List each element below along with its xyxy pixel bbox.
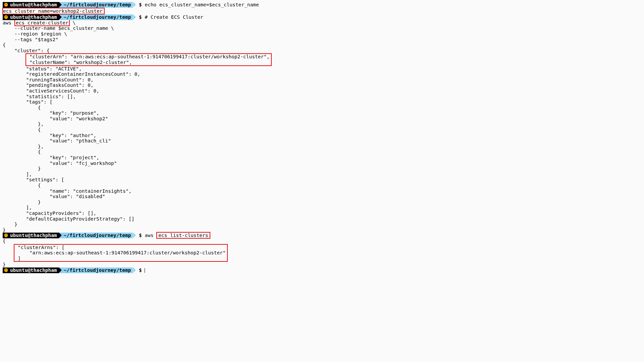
- prompt: ubuntu@thachpham~/firtcloudjourney/temp: [3, 267, 133, 273]
- json-line: "key": "purpose",: [3, 110, 99, 116]
- prompt-symbol: $: [139, 267, 142, 273]
- prompt-user-host: ubuntu@thachpham: [10, 267, 57, 273]
- prompt-path: ~/firtcloudjourney/temp: [64, 233, 131, 238]
- prompt-path: ~/firtcloudjourney/temp: [64, 14, 131, 20]
- terminal-line[interactable]: ubuntu@thachpham~/firtcloudjourney/temp …: [3, 2, 641, 8]
- json-brace: {: [3, 42, 6, 48]
- json-line: }: [3, 199, 41, 205]
- highlight-box-list-clusters: ecs list-clusters: [156, 232, 210, 239]
- prompt-user-host: ubuntu@thachpham: [10, 233, 57, 238]
- json-line: "settings": [: [3, 177, 64, 182]
- json-output: "capacityProviders": [],: [3, 210, 641, 216]
- json-cluster-arn-value: "arn:aws:ecs:ap-southeast-1:914706199417…: [6, 250, 226, 255]
- json-brace: }: [3, 227, 6, 233]
- json-line: "name": "containerInsights",: [3, 188, 131, 194]
- json-brace: }: [3, 262, 6, 267]
- terminal-line: ecs_cluster_name=workshop2-cluster: [3, 8, 641, 15]
- json-output: {: [3, 149, 641, 155]
- json-output: "cluster": {: [3, 48, 641, 54]
- json-line: "value": "fcj_workshop": [3, 161, 117, 166]
- json-output: "settings": [: [3, 177, 641, 183]
- cmd-list-prefix: aws: [145, 233, 156, 238]
- json-output: {: [3, 238, 641, 244]
- json-line: "runningTasksCount": 0,: [3, 77, 94, 82]
- json-output: }: [3, 262, 641, 267]
- json-output: ],: [3, 205, 641, 210]
- terminal-line[interactable]: ubuntu@thachpham~/firtcloudjourney/temp …: [3, 267, 641, 273]
- prompt-path: ~/firtcloudjourney/temp: [64, 2, 131, 7]
- json-cluster-arn: "clusterArn": "arn:aws:ecs:ap-southeast-…: [6, 54, 270, 59]
- json-output: "value": "fcj_workshop": [3, 161, 641, 166]
- ubuntu-icon: [4, 3, 8, 7]
- cmd-comment: # Create ECS Cluster: [145, 14, 203, 20]
- json-output: "tags": [: [3, 99, 641, 105]
- json-line: ]: [6, 256, 226, 261]
- json-line: "arn:aws:ecs:ap-southeast-1:914706199417…: [6, 250, 226, 256]
- prompt-symbol: $: [139, 2, 142, 7]
- json-brace: {: [3, 238, 6, 244]
- echo-output: ecs_cluster_name=workshop2-cluster: [3, 8, 103, 14]
- ubuntu-icon: [4, 15, 8, 19]
- json-output: {: [3, 105, 641, 111]
- terminal-line: --tags "$tags2": [3, 37, 641, 43]
- cmd-create-arg: --region $region \: [3, 31, 67, 37]
- json-line: "tags": [: [3, 99, 52, 105]
- json-output: }: [3, 227, 641, 233]
- json-bracket: ]: [6, 256, 21, 261]
- json-line: "key": "author",: [3, 133, 96, 138]
- json-output: "value": "pthach_cli": [3, 138, 641, 144]
- terminal-line[interactable]: ubuntu@thachpham~/firtcloudjourney/temp …: [3, 14, 641, 20]
- ubuntu-icon: [4, 268, 8, 272]
- terminal-line[interactable]: ubuntu@thachpham~/firtcloudjourney/temp …: [3, 233, 641, 238]
- json-output: {: [3, 127, 641, 133]
- json-output: "key": "purpose",: [3, 110, 641, 116]
- prompt: ubuntu@thachpham~/firtcloudjourney/temp: [3, 2, 133, 8]
- highlight-box-create-cluster: ecs create-cluster: [14, 19, 70, 26]
- json-line: "statistics": [],: [3, 94, 76, 99]
- terminal-line: --cluster-name $ecs_cluster_name \: [3, 25, 641, 31]
- cmd-echo: echo ecs_cluster_name=$ecs_cluster_name: [145, 2, 259, 7]
- cmd-create-arg: --cluster-name $ecs_cluster_name \: [3, 25, 114, 31]
- json-line: {: [3, 127, 41, 132]
- prompt-symbol: $: [139, 233, 142, 238]
- json-line: "value": "workshop2": [3, 116, 108, 121]
- json-line: "clusterArns": [: [6, 245, 226, 250]
- json-cluster-arns-key: "clusterArns": [: [6, 245, 65, 250]
- terminal-line: --region $region \: [3, 31, 641, 37]
- json-key: "cluster": {: [3, 48, 50, 53]
- json-output: "key": "author",: [3, 133, 641, 138]
- json-output: "value": "workshop2": [3, 116, 641, 122]
- json-line: {: [3, 105, 41, 110]
- prompt-path: ~/firtcloudjourney/temp: [64, 267, 131, 273]
- json-output: ],: [3, 172, 641, 177]
- highlight-box-echo-output: ecs_cluster_name=workshop2-cluster: [2, 8, 105, 15]
- cmd-create-suffix: \: [70, 20, 75, 25]
- json-line: "value": "pthach_cli": [3, 138, 111, 143]
- json-line: },: [3, 144, 44, 149]
- cmd-create-boxed: ecs create-cluster: [16, 20, 68, 25]
- cursor-icon: [145, 268, 145, 273]
- json-line: "key": "project",: [3, 155, 99, 160]
- highlight-box-cluster-info: "clusterArn": "arn:aws:ecs:ap-southeast-…: [25, 53, 272, 66]
- json-line: "activeServicesCount": 0,: [3, 88, 99, 94]
- cmd-create-arg: --tags "$tags2": [3, 37, 58, 42]
- prompt-user-host: ubuntu@thachpham: [10, 14, 57, 20]
- prompt: ubuntu@thachpham~/firtcloudjourney/temp: [3, 14, 133, 20]
- json-line: },: [3, 121, 44, 127]
- json-output: },: [3, 121, 641, 127]
- json-output: "runningTasksCount": 0,: [3, 77, 641, 83]
- json-line: "status": "ACTIVE",: [3, 66, 82, 71]
- terminal-line: aws ecs create-cluster \: [3, 20, 641, 26]
- json-line: {: [3, 183, 41, 188]
- cmd-list-boxed: ecs list-clusters: [158, 233, 208, 238]
- json-line: "capacityProviders": [],: [3, 210, 96, 216]
- json-output: "name": "containerInsights",: [3, 188, 641, 194]
- prompt-user-host: ubuntu@thachpham: [10, 2, 57, 7]
- prompt-symbol: $: [139, 14, 142, 20]
- cmd-create-prefix: aws: [3, 20, 14, 25]
- json-output: "status": "ACTIVE",: [3, 66, 641, 72]
- json-output: }: [3, 166, 641, 172]
- json-line: }: [3, 222, 17, 227]
- json-line: {: [3, 149, 41, 155]
- json-output: "key": "project",: [3, 155, 641, 161]
